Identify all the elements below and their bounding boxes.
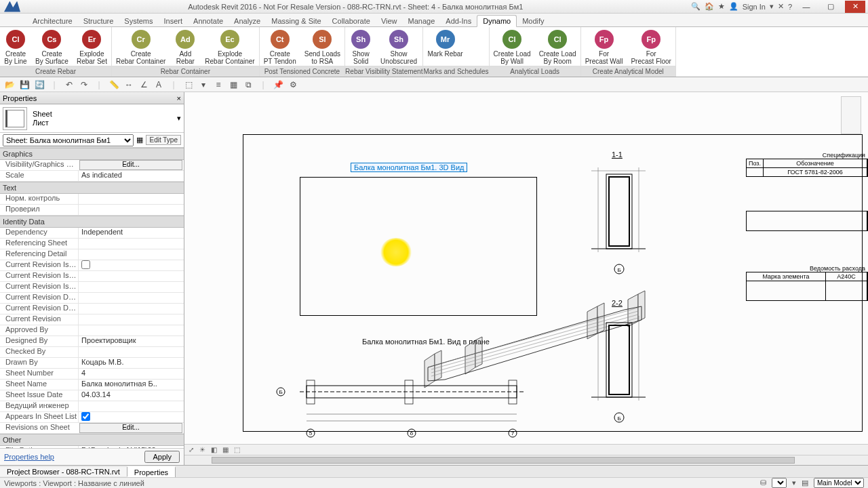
tab-insert[interactable]: Insert [159,16,189,26]
tab-structure[interactable]: Structure [78,16,119,26]
chevron-down-icon[interactable]: ▾ [770,2,774,11]
tab-analyze[interactable]: Analyze [229,16,266,26]
properties-list[interactable]: GraphicsVisibility/Graphics Ove..Edit...… [0,148,184,448]
measure-icon[interactable]: 📏 [108,80,119,89]
tab-massing-site[interactable]: Massing & Site [266,16,326,26]
tab-manage[interactable]: Manage [403,16,441,26]
close-button[interactable]: ✕ [845,1,865,13]
tab-systems[interactable]: Systems [119,16,158,26]
ribbon-explode-rebar-set[interactable]: ErExplode Rebar Set [73,27,111,66]
instance-select[interactable]: Sheet: Балка монолитная Бм1 [3,134,134,146]
scale-icon[interactable]: ⤢ [189,446,194,453]
redo-icon[interactable]: ↷ [79,80,90,89]
ribbon-send-loads-to-rsa[interactable]: SlSend Loads to RSA [300,27,344,66]
signin-link[interactable]: Sign In [743,3,766,11]
ribbon-create-by-surface[interactable]: CsCreate By Surface [31,27,73,66]
prop-checkbox[interactable] [81,260,90,269]
maximize-button[interactable]: ▢ [821,1,841,13]
apply-button[interactable]: Apply [144,451,180,463]
ribbon-for-precast-wall[interactable]: FpFor Precast Wall [581,27,627,66]
ribbon-create-by-line[interactable]: ClCreate By Line [0,27,31,66]
tab-project-browser[interactable]: Project Browser - 088-RC-TRN.rvt [0,467,127,476]
prop-row[interactable]: ScaleAs indicated [0,171,184,182]
prop-row[interactable]: Drawn ByКоцарь М.В. [0,358,184,369]
spec-table[interactable]: Поз.Обозначение ГОСТ 5781-82-2006 [746,159,868,177]
ribbon-show-solid[interactable]: ShShow Solid [345,27,376,66]
section-icon[interactable]: ▾ [198,80,209,89]
ribbon-explode-rebar-container[interactable]: EcExplode Rebar Container [201,27,258,66]
viewport-section-2[interactable]: 2-2 Б [557,299,673,434]
pin-icon[interactable]: 📌 [273,80,283,89]
sync-icon[interactable]: 🔄 [34,80,45,89]
prop-group-header[interactable]: Identity Data [0,216,184,228]
angle-icon[interactable]: ∠ [138,80,149,89]
search-icon[interactable]: 🔍 [691,2,701,11]
minimize-button[interactable]: — [796,1,816,13]
prop-row[interactable]: Sheet Issue Date04.03.14 [0,390,184,401]
rebar-consumption-table[interactable]: Марка элементаА240С [746,272,868,301]
prop-row[interactable]: Designed ByПроектировщик [0,336,184,347]
selection-icon[interactable]: ▤ [802,479,808,487]
prop-row[interactable]: Revisions on SheetEdit... [0,423,184,434]
prop-row[interactable]: Current Revision [0,314,184,325]
properties-help-link[interactable]: Properties help [4,453,54,461]
horizontal-scrollbar[interactable] [184,455,868,465]
worksets-icon[interactable]: ⛁ [760,479,766,487]
detail-icon[interactable]: ☀ [199,446,205,453]
ribbon-for-precast-floor[interactable]: FpFor Precast Floor [627,27,675,66]
prop-group-header[interactable]: Text [0,182,184,194]
ribbon-create-pt-tendon[interactable]: CtCreate PT Tendon [260,27,300,66]
edit-button[interactable]: Edit... [79,160,182,170]
prop-row[interactable]: Appears In Sheet List [0,412,184,423]
prop-row[interactable]: DependencyIndependent [0,228,184,239]
options-icon[interactable]: ⚙ [288,80,298,89]
edit-type-button[interactable]: Edit Type [146,135,181,145]
prop-row[interactable]: Sheet Number4 [0,369,184,380]
open-icon[interactable]: 📂 [4,80,15,89]
ribbon-create-rebar-container[interactable]: CrCreate Rebar Container [112,27,170,66]
tab-annotate[interactable]: Annotate [188,16,229,26]
ribbon-create-load-by-wall[interactable]: ClCreate Load By Wall [490,27,535,66]
tab-modify[interactable]: Modify [517,16,549,26]
thin-lines-icon[interactable]: ≡ [213,80,224,89]
close-views-icon[interactable]: ▦ [228,80,239,89]
tab-view[interactable]: View [376,16,403,26]
prop-checkbox[interactable] [81,412,90,421]
properties-close-icon[interactable]: × [177,94,181,102]
ribbon-mark-rebar-[interactable]: MrMark Rebar [423,27,467,66]
viewport-3d[interactable] [300,177,537,316]
prop-row[interactable]: Visibility/Graphics Ove..Edit... [0,160,184,171]
ribbon-show-unobscured[interactable]: ShShow Unobscured [376,27,421,66]
filter-icon[interactable]: ▦ [136,136,143,144]
viewport-plan[interactable]: 5 6 7 Б [273,353,541,441]
undo-icon[interactable]: ↶ [64,80,75,89]
tab-add-ins[interactable]: Add-Ins [440,16,477,26]
viewport-section-1[interactable]: 1-1 Б [557,150,673,286]
type-selector[interactable]: Sheet Лист ▾ [0,104,184,133]
tab-dynamo[interactable]: Dynamo [477,15,517,27]
prop-group-header[interactable]: Graphics [0,148,184,160]
tab-collaborate[interactable]: Collaborate [327,16,376,26]
3d-icon[interactable]: ⬚ [183,80,194,89]
prop-row[interactable]: Проверил [0,205,184,216]
prop-row[interactable]: Current Revision Issue.. [0,282,184,293]
ribbon-add-rebar[interactable]: AdAdd Rebar [170,27,201,66]
prop-row[interactable]: Current Revision Date [0,293,184,304]
view3d-title[interactable]: Балка монолитная Бм1. 3D Вид [351,163,467,172]
prop-row[interactable]: Норм. контроль [0,194,184,205]
prop-row[interactable]: Approved By [0,325,184,336]
save-icon[interactable]: 💾 [19,80,30,89]
exchange-icon[interactable]: ✕ [778,2,784,11]
prop-row[interactable]: Sheet NameБалка монолитная Б.. [0,380,184,390]
design-options-select[interactable] [772,478,787,488]
user-icon[interactable]: 👤 [729,2,738,11]
text-icon[interactable]: A [153,80,164,89]
prop-row[interactable]: Current Revision Issue.. [0,271,184,282]
recent-icon[interactable]: 🏠 [705,2,714,11]
prop-row[interactable]: Checked By [0,347,184,358]
prop-row[interactable]: Referencing Detail [0,249,184,260]
ribbon-create-load-by-room[interactable]: ClCreate Load By Room [535,27,580,66]
view-control-bar[interactable]: ⤢ ☀ ◧▦⬚ [184,444,868,455]
prop-row[interactable]: Current Revision Descr.. [0,304,184,314]
switch-window-icon[interactable]: ⧉ [243,80,254,89]
